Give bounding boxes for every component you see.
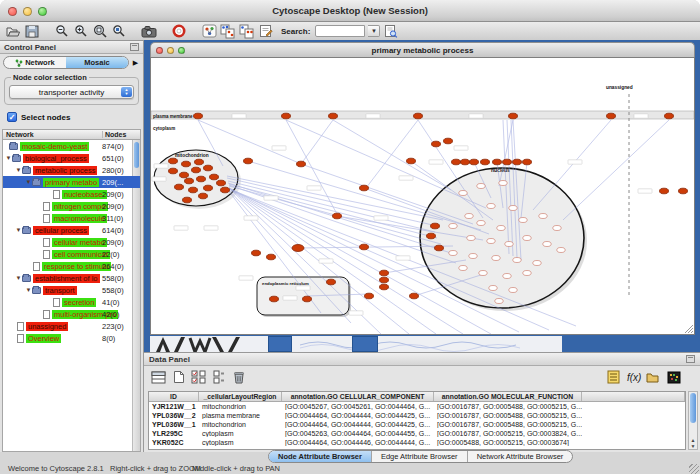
node[interactable] xyxy=(333,213,342,219)
advanced-search-icon[interactable] xyxy=(383,24,399,39)
node[interactable] xyxy=(469,254,477,259)
node[interactable] xyxy=(199,193,208,199)
node[interactable] xyxy=(539,214,547,219)
node[interactable] xyxy=(679,188,688,194)
tree-row-cellular-metabo[interactable]: cellular metabo209(0) xyxy=(3,236,140,248)
tab-overflow-icon[interactable]: ▶ xyxy=(131,59,140,67)
node[interactable] xyxy=(513,159,522,165)
network-window-titlebar[interactable]: primary metabolic process xyxy=(150,42,695,57)
node[interactable] xyxy=(449,224,457,229)
node[interactable] xyxy=(481,159,490,165)
node[interactable] xyxy=(461,159,470,165)
tree-row-overview[interactable]: Overview8(0) xyxy=(3,332,140,344)
table-row[interactable]: YKR052Ccytoplasm[GO:0044464, GO:0044446,… xyxy=(149,438,685,447)
annotation-icon[interactable] xyxy=(258,24,274,39)
table-icon[interactable] xyxy=(150,369,167,385)
node[interactable] xyxy=(523,271,531,276)
node[interactable] xyxy=(523,159,532,165)
expand-arrow-icon[interactable]: ▼ xyxy=(15,167,22,173)
node[interactable] xyxy=(557,248,565,253)
node[interactable] xyxy=(297,161,306,167)
help-icon[interactable] xyxy=(171,24,187,39)
node[interactable] xyxy=(360,185,369,191)
expand-arrow-icon[interactable]: ▼ xyxy=(25,179,32,185)
tree-row-metabolic-process[interactable]: ▼metabolic process280(0) xyxy=(3,164,140,176)
node[interactable] xyxy=(360,244,369,250)
tab-edge-attribute-browser[interactable]: Edge Attribute Browser xyxy=(372,451,468,462)
node[interactable] xyxy=(444,138,453,144)
node[interactable] xyxy=(244,158,253,164)
table-row[interactable]: YLR295Ccytoplasm[GO:0045263, GO:0044464,… xyxy=(149,429,685,438)
node[interactable] xyxy=(487,239,495,244)
node[interactable] xyxy=(432,141,441,147)
node[interactable] xyxy=(492,256,500,261)
node[interactable] xyxy=(553,226,561,231)
open-icon[interactable] xyxy=(5,24,21,39)
node[interactable] xyxy=(489,286,497,291)
node[interactable] xyxy=(183,197,192,203)
node[interactable] xyxy=(182,161,191,167)
node[interactable] xyxy=(452,159,461,165)
node[interactable] xyxy=(467,236,475,241)
tree-row-macromolecule[interactable]: macromolecule311(0) xyxy=(3,212,140,224)
tree-row-mosaic-demo-yeast[interactable]: mosaic-demo-yeast874(0) xyxy=(3,140,140,152)
node[interactable] xyxy=(197,176,206,182)
node[interactable] xyxy=(327,279,336,285)
expand-arrow-icon[interactable]: ▼ xyxy=(15,275,22,281)
node[interactable] xyxy=(607,113,616,119)
node[interactable] xyxy=(465,214,473,219)
node[interactable] xyxy=(497,226,505,231)
table-row[interactable]: YPL036W__1mitochondrion[GO:0044464, GO:0… xyxy=(149,420,685,429)
search-input[interactable] xyxy=(315,25,365,37)
zoom-in-icon[interactable] xyxy=(73,24,89,39)
node[interactable] xyxy=(495,299,503,304)
table-row[interactable]: YPL036W__2plasma membrane[GO:0044464, GO… xyxy=(149,411,685,420)
expand-arrow-icon[interactable]: ▼ xyxy=(15,227,22,233)
node[interactable] xyxy=(431,223,440,229)
node[interactable] xyxy=(380,284,389,290)
node[interactable] xyxy=(267,254,276,260)
zoom-out-icon[interactable] xyxy=(54,24,70,39)
node[interactable] xyxy=(519,218,527,223)
node[interactable] xyxy=(477,221,485,226)
node[interactable] xyxy=(459,191,467,196)
node[interactable] xyxy=(204,165,213,171)
function-builder-icon[interactable]: f(x) xyxy=(625,369,642,385)
tree-row-cellular-process[interactable]: ▼cellular process614(0) xyxy=(3,224,140,236)
vizmapper-icon[interactable] xyxy=(201,24,217,39)
column-header[interactable]: annotation.GO MOLECULAR_FUNCTION xyxy=(434,392,582,401)
column-header[interactable]: _cellularLayoutRegion xyxy=(199,392,282,401)
column-header[interactable]: annotation.GO CELLULAR_COMPONENT xyxy=(282,392,434,401)
tree-row-primary-metabo[interactable]: ▼primary metabo209(... xyxy=(3,176,140,188)
expand-arrow-icon[interactable]: ▼ xyxy=(25,287,32,293)
node[interactable] xyxy=(303,296,312,302)
network-canvas[interactable]: plasma membranecytoplasmmitochondrionnuc… xyxy=(150,57,695,335)
combo-stepper-icon[interactable]: ▲▼ xyxy=(121,87,132,97)
node[interactable] xyxy=(503,159,512,165)
select-attributes-icon[interactable] xyxy=(190,369,207,385)
tree-row-nitrogen-compo[interactable]: nitrogen compo209(0) xyxy=(3,200,140,212)
node[interactable] xyxy=(204,185,213,191)
network-nodes[interactable] xyxy=(152,113,688,315)
node[interactable] xyxy=(509,113,518,119)
attribute-matrix-icon[interactable] xyxy=(665,369,682,385)
canvas-resize-grip[interactable] xyxy=(685,325,693,333)
node[interactable] xyxy=(543,242,551,247)
zoom-selected-icon[interactable] xyxy=(111,24,127,39)
expand-arrow-icon[interactable]: ▼ xyxy=(5,155,12,161)
node[interactable] xyxy=(503,274,511,279)
node[interactable] xyxy=(499,181,507,186)
new-attribute-icon[interactable] xyxy=(170,369,187,385)
node[interactable] xyxy=(195,159,204,165)
tree-row-transport[interactable]: ▼transport558(0) xyxy=(3,284,140,296)
tree-row-multi-organism-pro[interactable]: multi-organism pro42(0) xyxy=(3,308,140,320)
search-dropdown-icon[interactable]: ▼ xyxy=(368,25,380,37)
column-header[interactable]: ID xyxy=(149,392,199,401)
save-icon[interactable] xyxy=(24,24,40,39)
node[interactable] xyxy=(175,184,184,190)
resize-grip[interactable] xyxy=(689,464,699,474)
node[interactable] xyxy=(660,188,669,194)
node[interactable] xyxy=(665,113,674,119)
zoom-fit-icon[interactable] xyxy=(92,24,108,39)
node[interactable] xyxy=(509,288,517,293)
